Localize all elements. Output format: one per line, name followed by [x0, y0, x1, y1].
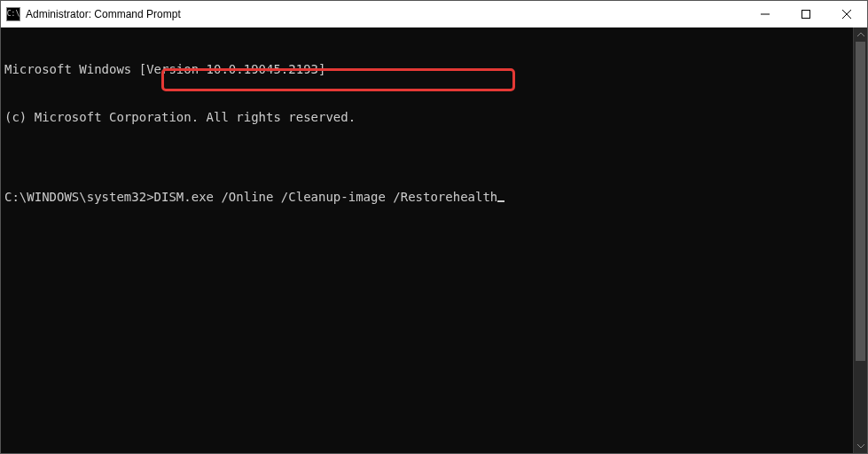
window-controls — [745, 1, 867, 27]
text-cursor — [497, 200, 504, 202]
scroll-thumb[interactable] — [856, 42, 865, 361]
svg-rect-1 — [802, 11, 810, 19]
vertical-scrollbar[interactable] — [853, 27, 867, 453]
minimize-button[interactable] — [745, 1, 786, 27]
scroll-down-arrow-icon[interactable] — [854, 439, 867, 453]
console-line: (c) Microsoft Corporation. All rights re… — [4, 109, 849, 125]
console-line: Microsoft Windows [Version 10.0.19045.21… — [4, 61, 849, 77]
close-button[interactable] — [826, 1, 867, 27]
console-output[interactable]: Microsoft Windows [Version 10.0.19045.21… — [1, 27, 853, 453]
maximize-button[interactable] — [786, 1, 826, 27]
command-prompt-window: C:\ Administrator: Command Prompt Micros… — [0, 0, 868, 454]
window-title: Administrator: Command Prompt — [26, 8, 181, 20]
prompt-text: C:\WINDOWS\system32> — [4, 190, 154, 204]
cmd-icon: C:\ — [6, 7, 20, 21]
command-text: DISM.exe /Online /Cleanup-image /Restore… — [154, 190, 498, 204]
scroll-up-arrow-icon[interactable] — [854, 27, 867, 42]
cmd-icon-label: C:\ — [7, 11, 20, 18]
titlebar[interactable]: C:\ Administrator: Command Prompt — [1, 1, 867, 27]
client-area: Microsoft Windows [Version 10.0.19045.21… — [1, 27, 867, 453]
console-prompt-line: C:\WINDOWS\system32>DISM.exe /Online /Cl… — [4, 189, 849, 205]
